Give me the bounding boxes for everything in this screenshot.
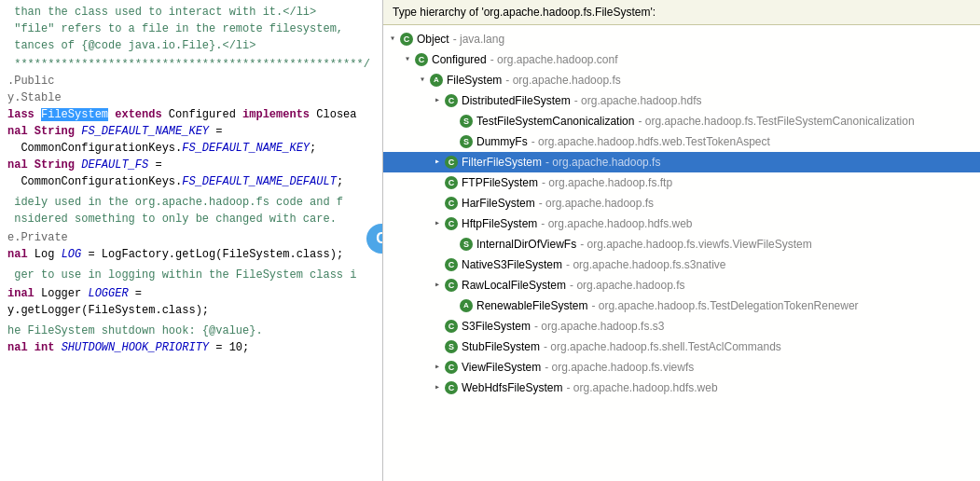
tree-item-filterfilesystem[interactable]: C FilterFileSystem - org.apache.hadoop.f… — [383, 152, 980, 172]
tree-item-hftpfilesystem[interactable]: C HftpFileSystem - org.apache.hadoop.hdf… — [383, 213, 980, 234]
expand-testfs — [447, 116, 458, 127]
expand-viewfilesystem[interactable] — [432, 362, 443, 373]
expand-object[interactable] — [387, 34, 398, 45]
tree-item-distributedfilesystem[interactable]: C DistributedFileSystem - org.apache.had… — [383, 90, 980, 111]
expand-renewablefilesystem — [447, 300, 458, 311]
expand-stubfilesystem — [432, 341, 443, 352]
item-package-stubfilesystem: - org.apache.hadoop.fs.shell.TestAclComm… — [544, 338, 781, 355]
tree-item-renewablefilesystem[interactable]: A RenewableFileSystem - org.apache.hadoo… — [383, 295, 980, 316]
code-line-10: CommonConfigurationKeys.FS_DEFAULT_NAME_… — [0, 140, 382, 157]
item-package-viewfilesystem: - org.apache.hadoop.fs.viewfs — [545, 359, 694, 376]
tree-item-testfs[interactable]: S TestFileSystemCanonicalization - org.a… — [383, 111, 980, 131]
code-line-12: CommonConfigurationKeys.FS_DEFAULT_NAME_… — [0, 173, 382, 190]
icon-object: C — [400, 33, 413, 46]
icon-ftpfilesystem: C — [445, 176, 458, 189]
item-name-testfs: TestFileSystemCanonicalization — [476, 113, 634, 130]
icon-harfilesystem: C — [445, 197, 458, 210]
item-package-testfs: - org.apache.hadoop.fs.TestFileSystemCan… — [638, 113, 914, 130]
code-line-18: e.Private — [0, 229, 382, 246]
tree-item-stubfilesystem[interactable]: S StubFileSystem - org.apache.hadoop.fs.… — [383, 337, 980, 357]
tree-item-harfilesystem[interactable]: C HarFileSystem - org.apache.hadoop.fs — [383, 193, 980, 213]
expand-filesystem[interactable] — [417, 75, 428, 86]
icon-rawlocalfilesystem: C — [445, 279, 458, 292]
item-package-filterfilesystem: - org.apache.hadoop.fs — [545, 154, 660, 171]
expand-hftpfilesystem[interactable] — [432, 218, 443, 229]
item-package-internaldirof: - org.apache.hadoop.fs.viewfs.ViewFileSy… — [580, 236, 812, 253]
hierarchy-title: Type hierarchy of 'org.apache.hadoop.fs.… — [383, 0, 980, 25]
code-line-5: ****************************************… — [0, 56, 382, 73]
icon-internaldirof: S — [460, 238, 473, 251]
code-line-3: tances of {@code java.io.File}.</li> — [0, 37, 382, 54]
item-name-hftpfilesystem: HftpFileSystem — [462, 215, 537, 232]
tree-item-natives3filesystem[interactable]: C NativeS3FileSystem - org.apache.hadoop… — [383, 254, 980, 275]
expand-rawlocalfilesystem[interactable] — [432, 280, 443, 291]
item-name-configured: Configured — [432, 51, 487, 68]
icon-renewablefilesystem: A — [460, 299, 473, 312]
icon-hftpfilesystem: C — [445, 217, 458, 230]
expand-configured[interactable] — [402, 54, 413, 65]
tree-item-object[interactable]: C Object - java.lang — [383, 29, 980, 49]
tree-item-rawlocalfilesystem[interactable]: C RawLocalFileSystem - org.apache.hadoop… — [383, 275, 980, 295]
item-name-ftpfilesystem: FTPFileSystem — [462, 174, 538, 191]
tree-item-viewfilesystem[interactable]: C ViewFileSystem - org.apache.hadoop.fs.… — [383, 357, 980, 378]
item-name-harfilesystem: HarFileSystem — [462, 195, 535, 212]
code-line-25: y.getLogger(FileSystem.class); — [0, 302, 382, 319]
expand-filterfilesystem[interactable] — [432, 157, 443, 168]
code-line-22: ger to use in logging within the FileSys… — [0, 267, 382, 283]
icon-s3filesystem: C — [445, 320, 458, 333]
icon-stubfilesystem: S — [445, 340, 458, 353]
hierarchy-title-text: Type hierarchy of 'org.apache.hadoop.fs.… — [393, 6, 656, 19]
expand-s3filesystem — [432, 321, 443, 332]
expand-dummyfs — [447, 136, 458, 147]
item-package-ftpfilesystem: - org.apache.hadoop.fs.ftp — [542, 174, 672, 191]
tree-item-ftpfilesystem[interactable]: C FTPFileSystem - org.apache.hadoop.fs.f… — [383, 172, 980, 193]
item-name-internaldirof: InternalDirOfViewFs — [476, 236, 576, 253]
item-package-configured: - org.apache.hadoop.conf — [490, 51, 618, 68]
expand-webhdfsfilesystem[interactable] — [432, 382, 443, 393]
item-package-webhdfsfilesystem: - org.apache.hadoop.hdfs.web — [566, 379, 717, 396]
item-name-object: Object — [417, 31, 449, 48]
tree-item-internaldirof[interactable]: S InternalDirOfViewFs - org.apache.hadoo… — [383, 234, 980, 254]
item-name-webhdfsfilesystem: WebHdfsFileSystem — [462, 379, 562, 396]
item-name-rawlocalfilesystem: RawLocalFileSystem — [462, 277, 566, 294]
item-package-rawlocalfilesystem: - org.apache.hadoop.fs — [570, 277, 684, 294]
code-line-9: nal String FS_DEFAULT_NAME_KEY = — [0, 123, 382, 140]
item-package-hftpfilesystem: - org.apache.hadoop.hdfs.web — [541, 215, 692, 232]
code-line-2: "file" refers to a file in the remote fi… — [0, 21, 382, 37]
hierarchy-tree[interactable]: C Object - java.lang C Configured - org.… — [383, 25, 980, 481]
tree-item-webhdfsfilesystem[interactable]: C WebHdfsFileSystem - org.apache.hadoop.… — [383, 378, 980, 398]
hierarchy-panel: Type hierarchy of 'org.apache.hadoop.fs.… — [382, 0, 980, 481]
expand-harfilesystem — [432, 198, 443, 209]
tree-item-configured[interactable]: C Configured - org.apache.hadoop.conf — [383, 49, 980, 70]
icon-distributedfilesystem: C — [445, 94, 458, 107]
tree-item-dummyfs[interactable]: S DummyFs - org.apache.hadoop.hdfs.web.T… — [383, 131, 980, 152]
code-line-1: than the class used to interact with it.… — [0, 4, 382, 21]
tree-item-filesystem[interactable]: A FileSystem - org.apache.hadoop.fs — [383, 70, 980, 90]
icon-filterfilesystem: C — [445, 156, 458, 169]
item-package-distributedfilesystem: - org.apache.hadoop.hdfs — [574, 92, 702, 109]
code-line-15: idely used in the org.apache.hadoop.fs c… — [0, 194, 382, 211]
code-line-19: nal Log LOG = LogFactory.getLog(FileSyst… — [0, 246, 382, 263]
item-name-stubfilesystem: StubFileSystem — [462, 338, 540, 355]
item-package-filesystem: - org.apache.hadoop.fs — [505, 72, 620, 89]
icon-dummyfs: S — [460, 135, 473, 148]
item-name-distributedfilesystem: DistributedFileSystem — [462, 92, 571, 109]
item-name-s3filesystem: S3FileSystem — [462, 318, 531, 335]
tree-item-s3filesystem[interactable]: C S3FileSystem - org.apache.hadoop.fs.s3 — [383, 316, 980, 337]
icon-testfs: S — [460, 115, 473, 128]
item-name-filesystem: FileSystem — [447, 72, 502, 89]
code-line-6: .Public — [0, 73, 382, 89]
item-name-filterfilesystem: FilterFileSystem — [462, 154, 542, 171]
item-package-dummyfs: - org.apache.hadoop.hdfs.web.TestTokenAs… — [531, 133, 770, 150]
expand-ftpfilesystem — [432, 177, 443, 188]
item-package-s3filesystem: - org.apache.hadoop.fs.s3 — [534, 318, 664, 335]
code-line-11: nal String DEFAULT_FS = — [0, 157, 382, 173]
item-name-natives3filesystem: NativeS3FileSystem — [462, 256, 562, 273]
expand-distributedfilesystem[interactable] — [432, 95, 443, 106]
item-name-dummyfs: DummyFs — [476, 133, 528, 150]
code-panel: than the class used to interact with it.… — [0, 0, 382, 481]
icon-webhdfsfilesystem: C — [445, 381, 458, 394]
code-line-24: inal Logger LOGGER = — [0, 285, 382, 302]
icon-natives3filesystem: C — [445, 258, 458, 271]
code-line-16: nsidered something to only be changed wi… — [0, 211, 382, 227]
